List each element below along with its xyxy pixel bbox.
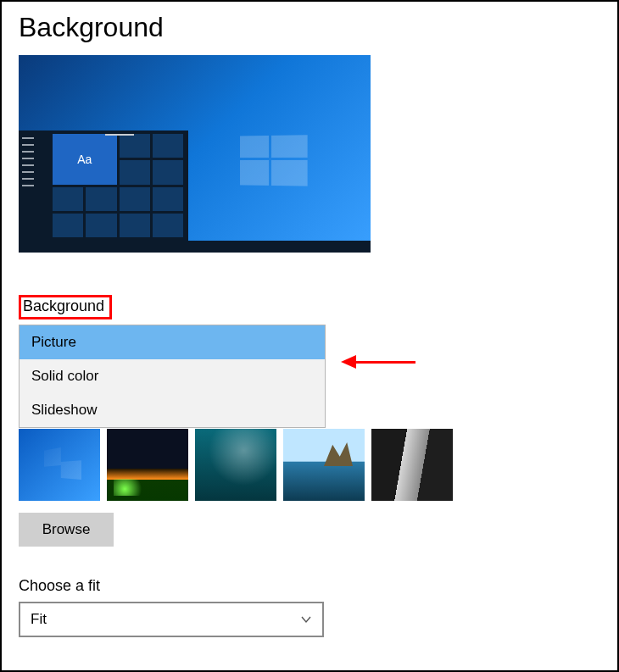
- thumbnail-night-horizon[interactable]: [107, 429, 188, 501]
- annotation-highlight-box: Background: [19, 295, 112, 319]
- background-dropdown[interactable]: Picture Solid color Slideshow: [19, 325, 326, 428]
- thumbnail-underwater[interactable]: [195, 429, 276, 501]
- background-label: Background: [19, 295, 600, 319]
- preview-sample-text-tile: Aa: [53, 134, 117, 185]
- settings-background-panel: Background Aa Background Picture Solid c…: [0, 0, 619, 672]
- thumbnail-beach-rock[interactable]: [283, 429, 365, 501]
- browse-button[interactable]: Browse: [19, 513, 114, 547]
- background-option-solid-color[interactable]: Solid color: [20, 359, 325, 393]
- thumbnail-cliff-waterfall[interactable]: [371, 429, 453, 501]
- windows-logo-icon: [240, 135, 308, 186]
- chevron-down-icon: [300, 614, 312, 625]
- fit-selected-value: Fit: [31, 611, 47, 628]
- desktop-preview: Aa: [19, 55, 371, 253]
- background-option-picture[interactable]: Picture: [20, 325, 325, 359]
- preview-start-menu: Aa: [19, 131, 188, 241]
- page-title: Background: [19, 12, 600, 43]
- fit-dropdown[interactable]: Fit: [19, 602, 324, 637]
- background-option-slideshow[interactable]: Slideshow: [20, 393, 325, 427]
- picture-thumbnails: [19, 429, 600, 501]
- choose-fit-label: Choose a fit: [19, 577, 600, 595]
- preview-taskbar: [19, 241, 371, 253]
- thumbnail-windows-default[interactable]: [19, 429, 100, 501]
- annotation-arrow: [341, 355, 415, 369]
